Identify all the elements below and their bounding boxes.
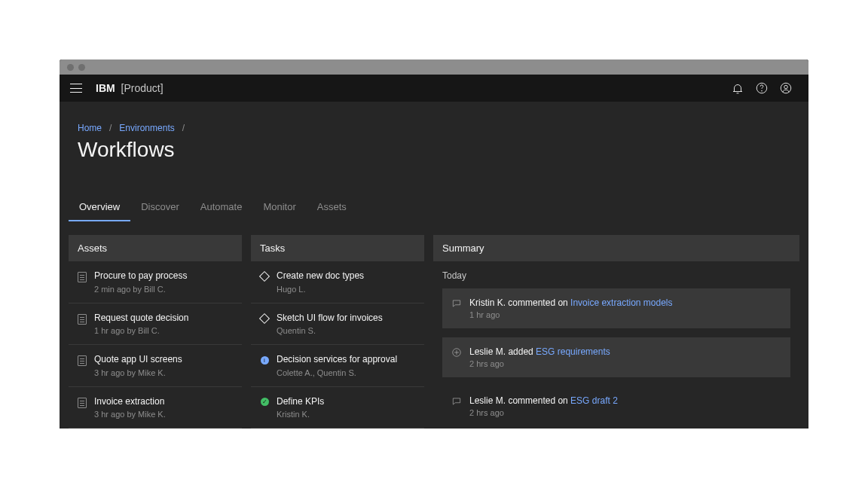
breadcrumb-sep: / bbox=[182, 123, 185, 133]
asset-title: Quote app UI screens bbox=[94, 354, 182, 366]
task-title: Sketch UI flow for invoices bbox=[277, 313, 383, 325]
diamond-icon bbox=[260, 314, 269, 323]
tab-automate[interactable]: Automate bbox=[190, 192, 253, 221]
traffic-dot-min[interactable] bbox=[78, 64, 85, 71]
breadcrumb: Home / Environments / bbox=[78, 123, 790, 133]
svg-point-3 bbox=[784, 85, 788, 89]
asset-title: Request quote decision bbox=[94, 313, 188, 325]
breadcrumb-env[interactable]: Environments bbox=[119, 123, 174, 133]
task-row[interactable]: ✓ Define KPIs Kristin K. bbox=[251, 386, 424, 429]
task-meta: Colette A., Quentin S. bbox=[277, 368, 397, 377]
task-row[interactable]: i Decision services for approval Colette… bbox=[251, 344, 424, 386]
asset-title: Procure to pay process bbox=[94, 270, 187, 282]
tab-overview[interactable]: Overview bbox=[69, 192, 130, 221]
assets-header: Assets bbox=[69, 235, 242, 261]
comment-icon bbox=[451, 298, 462, 309]
traffic-bar bbox=[60, 59, 808, 75]
breadcrumb-home[interactable]: Home bbox=[78, 123, 102, 133]
assets-column: Assets Procure to pay process 2 min ago … bbox=[69, 235, 242, 429]
tab-discover[interactable]: Discover bbox=[130, 192, 190, 221]
breadcrumb-sep: / bbox=[109, 123, 112, 133]
diamond-icon bbox=[260, 272, 269, 281]
tabs: Overview Discover Automate Monitor Asset… bbox=[60, 192, 808, 221]
brand: IBM [Product] bbox=[96, 82, 164, 94]
activity-time: 2 hrs ago bbox=[469, 359, 610, 368]
document-icon bbox=[78, 398, 87, 408]
activity-actor: Kristin K. bbox=[469, 297, 506, 308]
brand-prefix: IBM bbox=[96, 82, 115, 94]
bell-icon[interactable] bbox=[726, 76, 750, 100]
activity-actor: Leslie M. bbox=[469, 395, 506, 406]
activity-row[interactable]: Leslie M. added ESG requirements 2 hrs a… bbox=[442, 337, 790, 377]
breadcrumb-area: Home / Environments / Workflows bbox=[60, 102, 808, 171]
tab-assets[interactable]: Assets bbox=[307, 192, 357, 221]
document-icon bbox=[78, 272, 87, 282]
svg-point-2 bbox=[781, 83, 791, 93]
activity-time: 1 hr ago bbox=[469, 310, 673, 319]
asset-title: Invoice extraction bbox=[94, 396, 166, 408]
activity-verb: commented on bbox=[508, 297, 567, 308]
add-icon bbox=[451, 347, 462, 358]
summary-body: Today Kristin K. commented on Invoice ex… bbox=[433, 261, 799, 429]
asset-meta: 1 hr ago by Bill C. bbox=[94, 326, 188, 335]
task-row[interactable]: Sketch UI flow for invoices Quentin S. bbox=[251, 303, 424, 345]
assets-list: Procure to pay process 2 min ago by Bill… bbox=[69, 261, 242, 429]
activity-verb: added bbox=[508, 346, 533, 357]
asset-row[interactable]: Procure to pay process 2 min ago by Bill… bbox=[69, 261, 242, 303]
asset-row[interactable]: Quote app UI screens 3 hr ago by Mike K. bbox=[69, 344, 242, 386]
activity-link[interactable]: Invoice extraction models bbox=[570, 297, 672, 308]
asset-meta: 3 hr ago by Mike K. bbox=[94, 368, 182, 377]
document-icon bbox=[78, 355, 87, 366]
tasks-header: Tasks bbox=[251, 235, 424, 261]
document-icon bbox=[78, 314, 87, 325]
app-window: IBM [Product] Home / Environments / Work… bbox=[60, 59, 808, 429]
summary-column: Summary Today Kristin K. commented on In… bbox=[433, 235, 799, 429]
svg-point-1 bbox=[762, 90, 763, 91]
traffic-dot-close[interactable] bbox=[67, 64, 74, 71]
tab-monitor[interactable]: Monitor bbox=[252, 192, 306, 221]
brand-product: [Product] bbox=[121, 82, 164, 94]
asset-row[interactable]: Invoice extraction 3 hr ago by Mike K. bbox=[69, 386, 242, 429]
tasks-column: Tasks Create new doc types Hugo L. Sketc… bbox=[251, 235, 424, 429]
help-icon[interactable] bbox=[750, 76, 774, 100]
done-icon: ✓ bbox=[260, 398, 269, 407]
activity-link[interactable]: ESG draft 2 bbox=[570, 395, 618, 406]
activity-time: 2 hrs ago bbox=[469, 408, 618, 417]
tasks-list: Create new doc types Hugo L. Sketch UI f… bbox=[251, 261, 424, 429]
task-title: Decision services for approval bbox=[277, 354, 397, 366]
top-header: IBM [Product] bbox=[60, 75, 808, 102]
info-icon: i bbox=[260, 355, 269, 364]
columns: Assets Procure to pay process 2 min ago … bbox=[60, 235, 808, 429]
asset-row[interactable]: Invoice validation bbox=[69, 428, 242, 429]
activity-link[interactable]: ESG requirements bbox=[536, 346, 610, 357]
asset-meta: 2 min ago by Bill C. bbox=[94, 285, 187, 294]
asset-row[interactable]: Request quote decision 1 hr ago by Bill … bbox=[69, 303, 242, 345]
task-row[interactable]: Create new doc types Hugo L. bbox=[251, 261, 424, 303]
user-icon[interactable] bbox=[774, 76, 798, 100]
task-row[interactable]: ✓ Generate good receipt bbox=[251, 428, 424, 429]
activity-row[interactable]: Kristin K. commented on Invoice extracti… bbox=[442, 288, 790, 328]
page-title: Workflows bbox=[78, 138, 790, 162]
summary-day: Today bbox=[442, 270, 790, 281]
comment-icon bbox=[451, 396, 462, 407]
task-meta: Kristin K. bbox=[277, 410, 324, 419]
task-title: Create new doc types bbox=[277, 270, 364, 282]
task-title: Define KPIs bbox=[277, 396, 324, 408]
activity-row[interactable]: Leslie M. commented on ESG draft 2 2 hrs… bbox=[442, 386, 790, 426]
activity-actor: Leslie M. bbox=[469, 346, 506, 357]
task-meta: Hugo L. bbox=[277, 285, 364, 294]
asset-meta: 3 hr ago by Mike K. bbox=[94, 410, 166, 419]
task-meta: Quentin S. bbox=[277, 326, 383, 335]
content-area: Home / Environments / Workflows Overview… bbox=[60, 102, 808, 429]
menu-icon[interactable] bbox=[70, 84, 82, 93]
activity-verb: commented on bbox=[508, 395, 567, 406]
summary-header: Summary bbox=[433, 235, 799, 261]
